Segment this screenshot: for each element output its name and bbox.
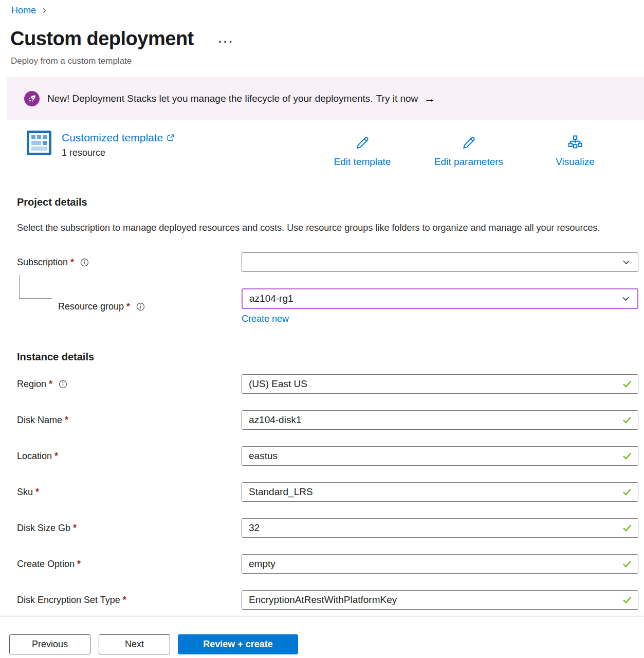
breadcrumb: Home — [11, 4, 644, 16]
field-value: (US) East US — [249, 378, 307, 390]
field-input[interactable]: EncryptionAtRestWithPlatformKey — [242, 590, 638, 610]
previous-button[interactable]: Previous — [9, 634, 90, 654]
resource-group-value: az104-rg1 — [249, 293, 293, 304]
subscription-row: Subscription — [17, 252, 638, 272]
resource-group-label: Resource group — [58, 301, 130, 312]
arrow-right-icon[interactable]: → — [424, 94, 435, 104]
form-row: Disk Size Gb 32 — [17, 518, 638, 538]
deployment-stacks-banner: New! Deployment Stacks let you manage th… — [7, 77, 644, 120]
breadcrumb-home-link[interactable]: Home — [11, 5, 36, 16]
template-actions: Edit template Edit parameters Visualize — [319, 131, 619, 168]
resource-count: 1 resource — [62, 148, 175, 158]
valid-check-icon — [622, 523, 632, 533]
form-row: Create Option empty — [17, 554, 638, 574]
project-details-description: Select the subscription to manage deploy… — [17, 220, 605, 236]
info-icon[interactable] — [80, 258, 89, 267]
scroll-content: Home Custom deployment ··· Deploy from a… — [0, 0, 644, 617]
pencil-icon — [461, 134, 477, 152]
form-row: Disk Name az104-disk1 — [17, 410, 638, 430]
edit-parameters-button[interactable]: Edit parameters — [425, 134, 512, 168]
external-link-icon — [167, 131, 175, 145]
subscription-label: Subscription — [17, 257, 74, 268]
field-input[interactable]: 32 — [242, 518, 638, 538]
chevron-down-icon — [621, 295, 630, 303]
edit-template-label: Edit template — [334, 156, 391, 168]
field-label: Create Option — [17, 559, 81, 570]
resource-group-row: Resource group az104-rg1 Create new — [17, 288, 638, 324]
valid-check-icon — [622, 379, 632, 389]
valid-check-icon — [622, 415, 632, 425]
more-options-button[interactable]: ··· — [218, 30, 234, 47]
form-row: Region (US) East US — [17, 374, 638, 394]
instance-details-heading: Instance details — [17, 350, 644, 364]
info-icon[interactable] — [136, 302, 145, 311]
field-input[interactable]: az104-disk1 — [242, 410, 638, 430]
page-subtitle: Deploy from a custom template — [11, 56, 644, 67]
footer-bar: Previous Next Review + create — [0, 617, 644, 658]
hierarchy-connector-line — [19, 275, 52, 299]
field-value: EncryptionAtRestWithPlatformKey — [249, 594, 397, 606]
custom-deployment-page: Home Custom deployment ··· Deploy from a… — [0, 0, 644, 658]
valid-check-icon — [622, 451, 632, 461]
subscription-select[interactable] — [242, 252, 638, 272]
field-label: Disk Name — [17, 415, 68, 426]
banner-message: New! Deployment Stacks let you manage th… — [47, 93, 373, 104]
rocket-icon — [24, 91, 40, 106]
banner-try-it-now-link[interactable]: Try it now — [376, 93, 418, 104]
form-row: Sku Standard_LRS — [17, 482, 638, 502]
form-row: Disk Encryption Set Type EncryptionAtRes… — [17, 590, 638, 610]
edit-template-button[interactable]: Edit template — [319, 134, 406, 168]
field-label: Location — [17, 451, 58, 462]
instance-fields: Region (US) East US Disk Name az104-disk… — [17, 374, 638, 610]
org-chart-icon — [567, 134, 583, 152]
field-label: Disk Encryption Set Type — [17, 595, 126, 606]
resource-group-select[interactable]: az104-rg1 — [242, 288, 638, 309]
review-create-button[interactable]: Review + create — [178, 634, 298, 654]
visualize-label: Visualize — [556, 156, 595, 168]
template-grid-icon — [27, 131, 51, 157]
field-value: az104-disk1 — [249, 414, 301, 426]
field-value: Standard_LRS — [249, 486, 313, 498]
field-input[interactable]: eastus — [242, 446, 638, 466]
project-details-heading: Project details — [17, 195, 644, 209]
field-label: Region — [17, 379, 52, 390]
next-button[interactable]: Next — [99, 634, 170, 654]
edit-parameters-label: Edit parameters — [434, 156, 503, 168]
chevron-right-icon — [41, 7, 48, 14]
field-value: 32 — [249, 522, 260, 534]
create-new-link[interactable]: Create new — [242, 314, 289, 324]
pencil-icon — [354, 134, 371, 152]
info-icon[interactable] — [59, 380, 67, 389]
visualize-button[interactable]: Visualize — [531, 134, 619, 168]
valid-check-icon — [622, 559, 632, 569]
valid-check-icon — [622, 487, 632, 497]
form-row: Location eastus — [17, 446, 638, 466]
field-input[interactable]: empty — [242, 554, 638, 574]
field-value: eastus — [249, 450, 278, 462]
page-title: Custom deployment — [10, 27, 194, 50]
customized-template-label: Customized template — [62, 131, 163, 144]
field-input[interactable]: (US) East US — [242, 374, 638, 394]
field-input[interactable]: Standard_LRS — [242, 482, 638, 502]
field-label: Disk Size Gb — [17, 523, 77, 534]
chevron-down-icon — [622, 258, 631, 267]
field-label: Sku — [17, 487, 39, 498]
customized-template-link[interactable]: Customized template — [62, 131, 175, 145]
field-value: empty — [249, 558, 275, 570]
valid-check-icon — [622, 595, 632, 605]
